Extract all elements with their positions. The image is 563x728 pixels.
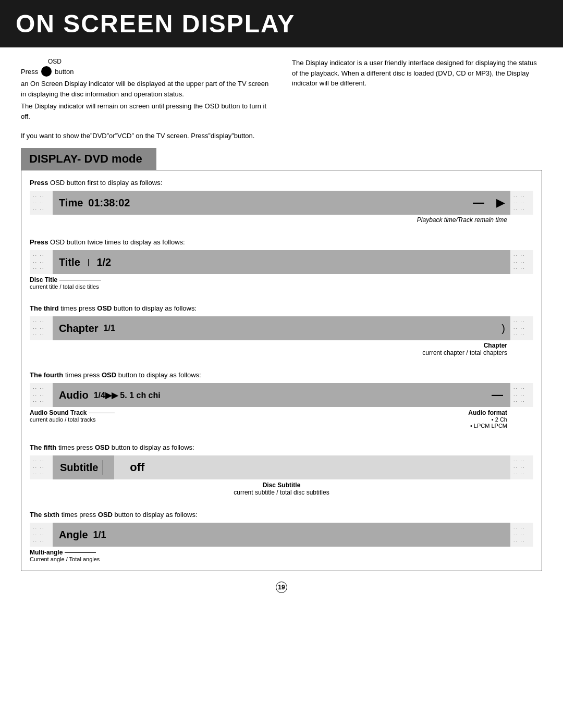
press-text: Press xyxy=(21,68,38,76)
angle-value: 1/1 xyxy=(93,529,106,540)
display-row-subtitle: The fifth times press OSD button to disp… xyxy=(30,443,533,496)
title-divider: | xyxy=(88,258,90,266)
multi-angle-line xyxy=(65,552,96,553)
press-instruction-1: Press OSD button first to display as fol… xyxy=(30,179,533,187)
audio-value: 1/4▶▶ 5. 1 ch chi xyxy=(94,390,161,400)
audio-track-label: Audio Sound Track xyxy=(30,409,87,416)
display-dvd-section: DISPLAY- DVD mode Press OSD button first… xyxy=(21,148,542,571)
disc-subtitle-sub: current subtitle / total disc subtitles xyxy=(30,489,533,496)
osd-bar-angle: Angle 1/1 xyxy=(53,523,510,547)
chapter-paren: ) xyxy=(501,323,505,335)
osd-bar-title: Title | 1/2 xyxy=(53,250,510,274)
chapter-annotation: Chapter current chapter / total chapters xyxy=(30,342,533,356)
chapter-value: 1/1 xyxy=(104,324,115,333)
time-arrow2: ▶ xyxy=(496,196,505,209)
osd-label: OSD xyxy=(48,58,271,65)
intro-para2: The Display indicator will remain on scr… xyxy=(21,101,271,121)
if-note: If you want to show the”DVD”or”VCD” on t… xyxy=(21,132,542,140)
audio-track-sub: current audio / total tracks xyxy=(30,416,468,423)
page-title: ON SCREEN DISPLAY xyxy=(16,10,295,38)
time-annotation: Playback time/Track remain time xyxy=(30,216,533,224)
disc-title-sub: current title / total disc titles xyxy=(30,283,101,290)
audio-format-label: Audio format xyxy=(468,409,507,416)
display-row-audio: The fourth times press OSD button to dis… xyxy=(30,371,533,429)
multi-angle-sub: Current angle / Total angles xyxy=(30,556,533,562)
intro-para1: an On Screen Display indicator will be d… xyxy=(21,79,271,99)
dots-right-3: ·· ·· ·· ·· ·· ·· xyxy=(510,316,533,340)
display-row-time: Press OSD button first to display as fol… xyxy=(30,179,533,224)
chapter-right-label: Chapter xyxy=(30,342,507,349)
dots-right-6: ·· ·· ·· ·· ·· ·· xyxy=(510,523,533,547)
chapter-label: Chapter xyxy=(59,323,99,335)
dots-left-2: ·· ·· ·· ·· ·· ·· xyxy=(30,250,53,274)
intro-section: OSD Press button an On Screen Display in… xyxy=(21,58,542,124)
button-label: button xyxy=(55,68,74,76)
subtitle-annotation: Disc Subtitle current subtitle / total d… xyxy=(30,482,533,496)
chapter-right-sub: current chapter / total chapters xyxy=(30,349,507,356)
audio-format-values: • 2 Ch• LPCM LPCM xyxy=(468,416,507,429)
title-label: Title xyxy=(59,256,80,268)
subtitle-label: Subtitle xyxy=(60,462,98,474)
osd-screen-time: ·· ·· ·· ·· ·· ·· Time 01:38:02 ― ▶ ·· ·… xyxy=(30,191,533,215)
display-box: Press OSD button first to display as fol… xyxy=(21,170,542,571)
time-value: 01:38:02 xyxy=(88,197,130,209)
press-instruction-5: The fifth times press OSD button to disp… xyxy=(30,443,533,451)
intro-right-para: The Display indicator is a user friendly… xyxy=(292,58,542,89)
audio-track-line xyxy=(89,413,115,413)
audio-annotation: Audio Sound Track current audio / total … xyxy=(30,409,533,429)
osd-button-icon[interactable] xyxy=(41,66,52,77)
angle-annotation: Multi-angle Current angle / Total angles xyxy=(30,549,533,562)
press-instruction-6: The sixth times press OSD button to disp… xyxy=(30,511,533,519)
press-row: Press button xyxy=(21,66,271,77)
osd-bar-chapter: Chapter 1/1 ) xyxy=(53,316,510,340)
audio-label: Audio xyxy=(59,389,89,401)
angle-label: Angle xyxy=(59,529,88,541)
disc-title-line xyxy=(59,280,101,280)
content-area: OSD Press button an On Screen Display in… xyxy=(0,47,563,614)
time-label: Time xyxy=(59,197,83,209)
intro-left: OSD Press button an On Screen Display in… xyxy=(21,58,271,124)
title-value: 1/2 xyxy=(96,256,111,268)
dots-right-5: ·· ·· ·· ·· ·· ·· xyxy=(510,455,533,479)
intro-right: The Display indicator is a user friendly… xyxy=(292,58,542,124)
press-instruction-4: The fourth times press OSD button to dis… xyxy=(30,371,533,379)
display-row-title: Press OSD button twice times to display … xyxy=(30,238,533,290)
osd-screen-subtitle: ·· ·· ·· ·· ·· ·· Subtitle off xyxy=(30,455,533,479)
press-instruction-3: The third times press OSD button to disp… xyxy=(30,304,533,312)
disc-title-label: Disc Title xyxy=(30,276,57,283)
display-row-angle: The sixth times press OSD button to disp… xyxy=(30,511,533,562)
subtitle-divider xyxy=(102,460,103,475)
osd-screen-chapter: ·· ·· ·· ·· ·· ·· Chapter 1/1 ) ·· ·· ··… xyxy=(30,316,533,340)
subtitle-off-value: off xyxy=(130,461,144,474)
page-number-bar: 19 xyxy=(21,582,542,593)
dots-left-6: ·· ·· ·· ·· ·· ·· xyxy=(30,523,53,547)
page-number: 19 xyxy=(276,582,287,593)
osd-bar-subtitle: Subtitle off xyxy=(53,455,510,479)
dots-left-5: ·· ·· ·· ·· ·· ·· xyxy=(30,455,53,479)
disc-subtitle-label: Disc Subtitle xyxy=(30,482,533,489)
osd-screen-angle: ·· ·· ·· ·· ·· ·· Angle 1/1 ·· ·· ·· ·· … xyxy=(30,523,533,547)
time-arrow: ― xyxy=(473,196,484,209)
dots-left-4: ·· ·· ·· ·· ·· ·· xyxy=(30,383,53,407)
section-header: DISPLAY- DVD mode xyxy=(21,148,156,170)
audio-dash: ― xyxy=(492,388,503,402)
osd-bar-time: Time 01:38:02 ― ▶ xyxy=(53,191,510,215)
osd-screen-audio: ·· ·· ·· ·· ·· ·· Audio 1/4▶▶ 5. 1 ch ch… xyxy=(30,383,533,407)
dots-right-1: ·· ·· ·· ·· ·· ·· xyxy=(510,191,533,215)
dots-right-2: ·· ·· ·· ·· ·· ·· xyxy=(510,250,533,274)
page-header: ON SCREEN DISPLAY xyxy=(0,0,563,47)
press-instruction-2: Press OSD button twice times to display … xyxy=(30,238,533,246)
osd-screen-title: ·· ·· ·· ·· ·· ·· Title | 1/2 ·· ·· ·· · xyxy=(30,250,533,274)
dots-left-1: ·· ·· ·· ·· ·· ·· xyxy=(30,191,53,215)
display-row-chapter: The third times press OSD button to disp… xyxy=(30,304,533,356)
dots-left-3: ·· ·· ·· ·· ·· ·· xyxy=(30,316,53,340)
multi-angle-label: Multi-angle xyxy=(30,549,63,556)
osd-bar-audio: Audio 1/4▶▶ 5. 1 ch chi ― xyxy=(53,383,510,407)
dots-right-4: ·· ·· ·· ·· ·· ·· xyxy=(510,383,533,407)
title-annotation: Disc Title current title / total disc ti… xyxy=(30,276,533,290)
